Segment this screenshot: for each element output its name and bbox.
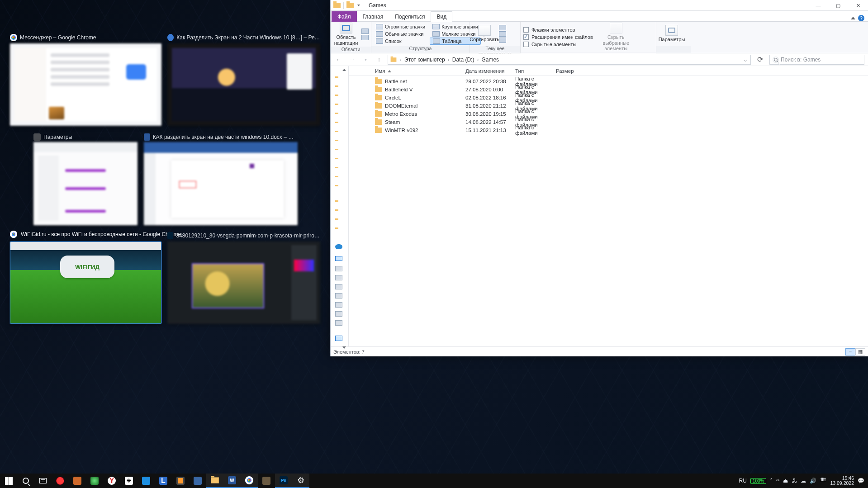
tab-file[interactable]: Файл bbox=[332, 11, 357, 22]
col-size[interactable]: Размер bbox=[556, 68, 583, 74]
file-row[interactable]: DOOMEternal 31.08.2020 21:12 Папка с фай… bbox=[349, 100, 868, 109]
sort-button[interactable]: Сортировать bbox=[470, 24, 499, 43]
drive-icon[interactable] bbox=[335, 311, 342, 317]
taskbar-app[interactable] bbox=[258, 474, 275, 488]
taskbar-app-explorer[interactable] bbox=[206, 474, 223, 488]
taskbar-app[interactable] bbox=[189, 474, 206, 488]
tray-expand-icon[interactable]: ˄ bbox=[770, 478, 773, 484]
battery-indicator[interactable]: 100% bbox=[750, 478, 767, 484]
folder-icon[interactable] bbox=[346, 3, 354, 8]
crumb-this-pc[interactable]: Этот компьютер bbox=[404, 57, 445, 63]
thumb-word[interactable] bbox=[144, 142, 298, 225]
network-icon[interactable]: 🖧 bbox=[792, 478, 797, 484]
drive-icon[interactable] bbox=[335, 266, 342, 271]
eject-icon[interactable]: ⏏ bbox=[783, 478, 788, 484]
taskbar-app-sublime[interactable] bbox=[172, 474, 189, 488]
col-type[interactable]: Тип bbox=[515, 68, 556, 74]
layout-list[interactable]: Список bbox=[373, 38, 428, 45]
refresh-button[interactable]: ⟳ bbox=[754, 55, 766, 64]
view-icons-button[interactable]: ▦ bbox=[855, 348, 865, 355]
explorer-titlebar[interactable]: Games — ▢ ✕ bbox=[331, 0, 868, 11]
this-pc-icon[interactable] bbox=[335, 256, 342, 261]
collapse-ribbon-icon[interactable] bbox=[851, 17, 855, 19]
search-button[interactable] bbox=[17, 474, 34, 488]
tab-view[interactable]: Вид bbox=[431, 11, 452, 22]
view-details-button[interactable]: ≡ bbox=[845, 348, 855, 355]
drive-icon[interactable] bbox=[335, 302, 342, 308]
col-date[interactable]: Дата изменения bbox=[465, 68, 515, 74]
taskbar-app[interactable] bbox=[86, 474, 103, 488]
crumb-dropdown-icon[interactable]: ⌵ bbox=[741, 57, 749, 63]
chevron-right-icon[interactable]: › bbox=[446, 57, 451, 63]
taskbar-app-mail[interactable] bbox=[138, 474, 155, 488]
hide-selected-button[interactable]: Скрыть выбранные элементы bbox=[596, 22, 636, 52]
chevron-right-icon[interactable]: › bbox=[398, 57, 403, 63]
thumb-wifigid[interactable] bbox=[10, 242, 161, 324]
taskbar-app[interactable] bbox=[69, 474, 86, 488]
language-indicator[interactable]: RU bbox=[739, 478, 747, 484]
clock[interactable]: 15:46 13.09.2022 bbox=[830, 476, 854, 486]
network-icon[interactable] bbox=[335, 336, 342, 341]
taskbar-app[interactable]: L bbox=[155, 474, 172, 488]
maximize-button[interactable]: ▢ bbox=[828, 0, 848, 11]
file-row[interactable]: Steam 14.08.2022 14:57 Папка с файлами bbox=[349, 117, 868, 125]
taskbar-app-settings[interactable]: ⚙ bbox=[292, 474, 309, 488]
check-hidden-items[interactable]: Скрытые элементы bbox=[521, 41, 596, 48]
file-row[interactable]: Battle.net 29.07.2022 20:38 Папка с файл… bbox=[349, 76, 868, 84]
group-by-icon[interactable] bbox=[499, 25, 506, 30]
check-item-checkboxes[interactable]: Флажки элементов bbox=[521, 26, 596, 33]
tab-home[interactable]: Главная bbox=[357, 11, 389, 22]
crumb-drive[interactable]: Data (D:) bbox=[452, 57, 474, 63]
thumb-split-screen[interactable] bbox=[167, 43, 320, 126]
column-headers[interactable]: Имя Дата изменения Тип Размер bbox=[349, 66, 868, 76]
chevron-right-icon[interactable]: › bbox=[475, 57, 480, 63]
taskbar-app-photoshop[interactable]: Ps bbox=[275, 474, 292, 488]
preview-pane-icon[interactable] bbox=[361, 28, 369, 34]
usb-icon[interactable]: ᚙ bbox=[820, 478, 826, 484]
nav-tree-collapsed[interactable] bbox=[331, 66, 349, 346]
onedrive-tray-icon[interactable]: ☁ bbox=[801, 478, 806, 484]
drive-icon[interactable] bbox=[335, 284, 342, 289]
layout-huge[interactable]: Огромные значки bbox=[373, 23, 428, 30]
file-row[interactable]: WinMTR-v092 15.11.2021 21:13 Папка с фай… bbox=[349, 125, 868, 133]
details-pane-icon[interactable] bbox=[361, 35, 369, 40]
col-name[interactable]: Имя bbox=[375, 68, 465, 74]
crumb-folder[interactable]: Games bbox=[481, 57, 499, 63]
size-columns-icon[interactable] bbox=[499, 38, 506, 43]
thumb-photoshop[interactable] bbox=[167, 242, 320, 324]
nav-up-button[interactable]: ↑ bbox=[374, 55, 384, 65]
nav-back-button[interactable]: ← bbox=[333, 55, 343, 65]
taskbar-app-opera[interactable] bbox=[52, 474, 69, 488]
bluetooth-icon[interactable]: ⌔ bbox=[776, 478, 779, 484]
taskbar-app-chrome[interactable] bbox=[241, 474, 258, 488]
check-file-extensions[interactable]: Расширения имен файлов bbox=[521, 33, 596, 41]
close-button[interactable]: ✕ bbox=[848, 0, 868, 11]
taskbar-app[interactable]: ✳ bbox=[120, 474, 138, 488]
thumb-messenger[interactable] bbox=[10, 43, 161, 126]
qat-dropdown-icon[interactable] bbox=[357, 5, 360, 6]
nav-forward-button[interactable]: → bbox=[347, 55, 357, 65]
breadcrumb[interactable]: › Этот компьютер › Data (D:) › Games ⌵ bbox=[388, 55, 751, 65]
thumb-settings[interactable] bbox=[33, 142, 138, 225]
onedrive-icon[interactable] bbox=[335, 244, 342, 249]
start-button[interactable] bbox=[0, 474, 17, 488]
search-input[interactable] bbox=[770, 57, 864, 63]
action-center-icon[interactable]: 💬 bbox=[858, 478, 864, 484]
taskbar-app-yandex[interactable]: Y bbox=[103, 474, 120, 488]
drive-icon[interactable] bbox=[335, 320, 342, 326]
drive-icon[interactable] bbox=[335, 293, 342, 298]
help-icon[interactable]: ? bbox=[858, 15, 864, 21]
file-row[interactable]: Battlefield V 27.08.2020 0:00 Папка с фа… bbox=[349, 84, 868, 92]
chevron-up-icon[interactable] bbox=[342, 69, 346, 71]
file-list[interactable]: Имя Дата изменения Тип Размер Battle.net… bbox=[349, 66, 868, 346]
search-box[interactable] bbox=[769, 55, 864, 65]
minimize-button[interactable]: — bbox=[808, 0, 828, 11]
options-button[interactable]: Параметры bbox=[656, 24, 687, 43]
task-view-button[interactable] bbox=[34, 474, 52, 488]
file-row[interactable]: Metro Exodus 30.08.2020 19:15 Папка с фа… bbox=[349, 109, 868, 117]
taskbar-app-word[interactable]: W bbox=[223, 474, 241, 488]
tab-share[interactable]: Поделиться bbox=[389, 11, 431, 22]
file-row[interactable]: CircleL 02.08.2022 18:16 Папка с файлами bbox=[349, 92, 868, 100]
drive-icon[interactable] bbox=[335, 275, 342, 280]
volume-icon[interactable]: 🔊 bbox=[810, 478, 816, 484]
